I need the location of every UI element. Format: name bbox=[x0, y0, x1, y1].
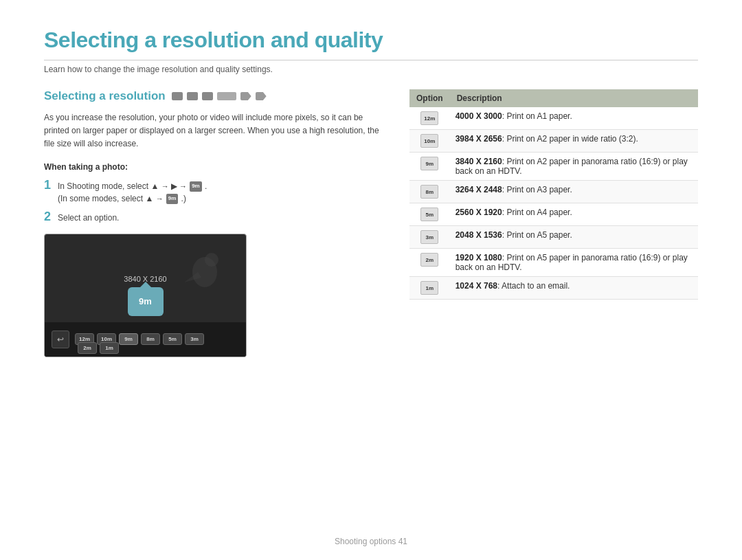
step-2: 2 Select an option. bbox=[44, 210, 382, 224]
step2-text: Select an option. bbox=[58, 210, 119, 224]
option-resolution: 3264 X 2448 bbox=[456, 185, 502, 194]
table-row: 8m3264 X 2448: Print on A3 paper. bbox=[409, 181, 698, 203]
section-title: Selecting a resolution bbox=[44, 89, 382, 103]
option-icon: 10m bbox=[420, 134, 438, 148]
table-row: 10m3984 X 2656: Print on A2 paper in wid… bbox=[409, 130, 698, 153]
option-desc-cell: 1920 X 1080: Print on A5 paper in panora… bbox=[450, 249, 698, 277]
option-icon: 9m bbox=[420, 157, 438, 170]
res-icon-9m: 9m bbox=[190, 181, 202, 192]
steps-container: 1 In Shooting mode, select ▲ → ▶ → 9m . … bbox=[44, 179, 382, 224]
option-description: : Print on A1 paper. bbox=[502, 111, 572, 121]
body-text: As you increase the resolution, your pho… bbox=[44, 111, 382, 151]
svg-point-1 bbox=[205, 253, 218, 267]
table-row: 9m3840 X 2160: Print on A2 paper in pano… bbox=[409, 153, 698, 181]
camera-ui-mockup: 3840 X 2160 9m ↩ 12m 10m 9m 8m 5m 3m 2m bbox=[44, 234, 247, 357]
when-taking-label: When taking a photo: bbox=[44, 162, 382, 172]
option-icon-cell: 1m bbox=[409, 277, 450, 300]
table-row: 5m2560 X 1920: Print on A4 paper. bbox=[409, 203, 698, 226]
option-icon-cell: 2m bbox=[409, 249, 450, 277]
option-desc-cell: 4000 X 3000: Print on A1 paper. bbox=[450, 107, 698, 130]
option-icon-cell: 5m bbox=[409, 203, 450, 226]
cam-btn-9m[interactable]: 9m bbox=[119, 333, 138, 345]
option-resolution: 2560 X 1920 bbox=[456, 208, 502, 217]
left-content: Selecting a resolution As you increase t… bbox=[44, 89, 382, 357]
arrow-up-icon: ▲ bbox=[150, 181, 159, 191]
option-resolution: 4000 X 3000 bbox=[456, 111, 502, 121]
camera-icon1 bbox=[172, 92, 183, 100]
table-row: 12m4000 X 3000: Print on A1 paper. bbox=[409, 107, 698, 130]
camera-bottom-bar: ↩ 12m 10m 9m 8m 5m 3m bbox=[45, 322, 246, 357]
cam-btn-3m[interactable]: 3m bbox=[185, 333, 204, 345]
option-icon: 8m bbox=[420, 185, 438, 199]
scene-icon bbox=[217, 92, 236, 100]
table-row: 2m1920 X 1080: Print on A5 paper in pano… bbox=[409, 249, 698, 277]
option-icon-cell: 8m bbox=[409, 181, 450, 203]
table-header-row: Option Description bbox=[409, 89, 698, 107]
option-desc-cell: 3840 X 2160: Print on A2 paper in panora… bbox=[450, 153, 698, 181]
option-desc-cell: 2560 X 1920: Print on A4 paper. bbox=[450, 203, 698, 226]
selected-resolution-icon: 9m bbox=[128, 287, 164, 316]
arrow-right-icon: ▶ bbox=[171, 181, 177, 191]
option-icon: 5m bbox=[420, 208, 438, 221]
option-icon-cell: 10m bbox=[409, 130, 450, 153]
table-row: 1m1024 X 768: Attach to an email. bbox=[409, 277, 698, 300]
option-desc-cell: 1024 X 768: Attach to an email. bbox=[450, 277, 698, 300]
option-resolution: 2048 X 1536 bbox=[456, 230, 502, 240]
option-icon: 1m bbox=[420, 281, 438, 295]
camera-icon3 bbox=[202, 92, 213, 100]
option-desc-cell: 3264 X 2448: Print on A3 paper. bbox=[450, 181, 698, 203]
table-row: 3m2048 X 1536: Print on A5 paper. bbox=[409, 226, 698, 249]
back-button[interactable]: ↩ bbox=[52, 331, 69, 348]
option-desc-cell: 2048 X 1536: Print on A5 paper. bbox=[450, 226, 698, 249]
option-description: : Print on A3 paper. bbox=[502, 185, 572, 194]
option-description: : Print on A5 paper. bbox=[502, 230, 572, 240]
col-description-header: Description bbox=[450, 89, 698, 107]
step-1: 1 In Shooting mode, select ▲ → ▶ → 9m . … bbox=[44, 179, 382, 205]
col-option-header: Option bbox=[409, 89, 450, 107]
option-resolution: 1024 X 768 bbox=[456, 281, 497, 291]
option-icon: 3m bbox=[420, 230, 438, 244]
option-description: : Print on A4 paper. bbox=[502, 208, 572, 217]
options-table-container: Option Description 12m4000 X 3000: Print… bbox=[409, 89, 698, 357]
section-icons bbox=[171, 92, 267, 100]
page-subtitle: Learn how to change the image resolution… bbox=[44, 65, 698, 74]
cam-btn-5m[interactable]: 5m bbox=[163, 333, 182, 345]
cam-btn-1m[interactable]: 1m bbox=[100, 342, 119, 354]
option-description: : Print on A2 paper in wide ratio (3:2). bbox=[502, 134, 638, 144]
option-description: : Attach to an email. bbox=[497, 281, 570, 291]
option-resolution: 1920 X 1080 bbox=[456, 253, 502, 262]
arrow-up-icon2: ▲ bbox=[145, 194, 153, 203]
option-icon: 12m bbox=[420, 111, 438, 125]
option-icon-cell: 9m bbox=[409, 153, 450, 181]
camera-icon2 bbox=[187, 92, 198, 100]
page-footer: Shooting options 41 bbox=[335, 537, 407, 546]
video-icon2 bbox=[256, 92, 267, 100]
res-icon-9m-b: 9m bbox=[166, 194, 179, 204]
options-table: Option Description 12m4000 X 3000: Print… bbox=[409, 89, 698, 300]
option-icon: 2m bbox=[420, 253, 438, 267]
decorative-bird bbox=[184, 245, 225, 293]
cam-btn-8m[interactable]: 8m bbox=[141, 333, 160, 345]
option-resolution: 3840 X 2160 bbox=[456, 157, 502, 166]
cam-btn-2m[interactable]: 2m bbox=[78, 342, 97, 354]
video-icon1 bbox=[240, 92, 251, 100]
option-desc-cell: 3984 X 2656: Print on A2 paper in wide r… bbox=[450, 130, 698, 153]
option-resolution: 3984 X 2656 bbox=[456, 134, 502, 144]
option-icon-cell: 12m bbox=[409, 107, 450, 130]
option-icon-cell: 3m bbox=[409, 226, 450, 249]
page-title: Selecting a resolution and quality bbox=[44, 27, 698, 60]
